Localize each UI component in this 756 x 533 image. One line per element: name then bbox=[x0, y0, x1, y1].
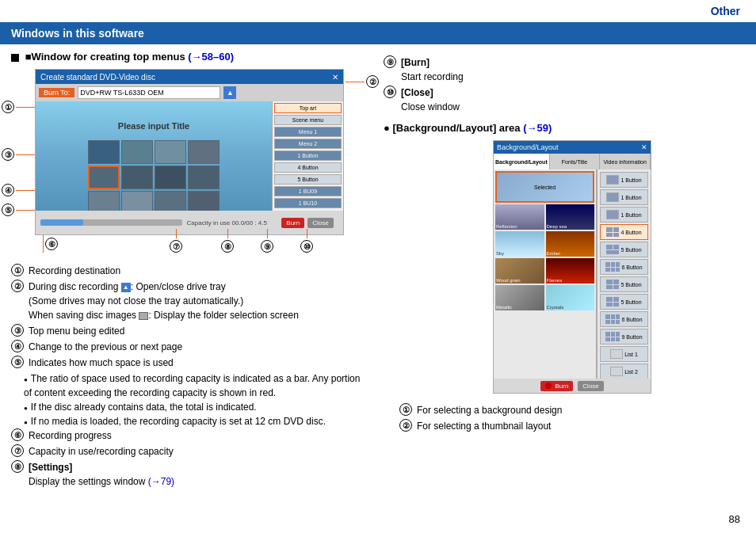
right-burn-button[interactable]: Burn bbox=[540, 381, 573, 391]
annot-8-pos: ⑧ bbox=[221, 229, 234, 253]
thumb-4[interactable] bbox=[188, 140, 220, 164]
annot-circle-4: ④ bbox=[2, 184, 14, 196]
screenshot-burn-button[interactable]: Burn bbox=[281, 218, 304, 228]
annot-9-pos: ⑨ bbox=[261, 229, 273, 253]
panel-btn-3[interactable]: Menu 1 bbox=[274, 127, 342, 137]
bg-thumb-sky[interactable]: Sky bbox=[495, 231, 544, 257]
thumb-3[interactable] bbox=[155, 140, 186, 164]
annot-circle-1: ① bbox=[2, 101, 14, 113]
tab-fonts-title[interactable]: Fonts/Title bbox=[550, 154, 601, 169]
layout-list1[interactable]: List 1 bbox=[600, 346, 648, 362]
layout-4btn[interactable]: 4 Button bbox=[600, 224, 648, 240]
right-screenshot-bottom: Burn Close bbox=[494, 379, 651, 393]
panel-btn-1[interactable]: Top art bbox=[274, 103, 342, 113]
bullet-dot: ● bbox=[384, 122, 390, 134]
right-annot-item-2: ② For selecting a thumbnail layout bbox=[399, 419, 745, 433]
screenshot-close-icon[interactable]: ✕ bbox=[332, 73, 338, 82]
progress-bar bbox=[40, 219, 182, 226]
bg-label-3: Sky bbox=[496, 251, 504, 256]
thumb-6[interactable] bbox=[121, 166, 153, 189]
right-annot-num-1: ① bbox=[399, 403, 412, 416]
desc-num-10: ⑩ bbox=[384, 86, 396, 98]
bg-thumb-deep-sea[interactable]: Deep sea bbox=[546, 204, 595, 230]
layout-9btn[interactable]: 9 Button bbox=[600, 329, 648, 345]
drive-icon: ▲ bbox=[121, 283, 131, 292]
panel-btn-4[interactable]: Menu 2 bbox=[274, 139, 342, 149]
layout-5btn-3[interactable]: 5 Button bbox=[600, 294, 648, 310]
bg-thumb-wood[interactable]: Wood grain bbox=[495, 258, 544, 284]
layout-1btn-2[interactable]: 1 Button bbox=[600, 189, 648, 205]
screenshot-close-button[interactable]: Close bbox=[307, 218, 333, 228]
panel-btn-7[interactable]: 5 Button bbox=[274, 174, 342, 185]
black-square-icon bbox=[11, 54, 19, 62]
drive-dropdown[interactable]: DVD+RW TS-L633D OEM bbox=[78, 86, 220, 99]
bullet-list-wrapper: The ratio of space used to recording cap… bbox=[11, 371, 361, 428]
desc-num-4: ④ bbox=[11, 340, 24, 352]
thumb-2[interactable] bbox=[121, 140, 153, 164]
panel-btn-5[interactable]: 1 Button bbox=[274, 150, 342, 161]
drive-arrow-button[interactable]: ▲ bbox=[223, 86, 236, 99]
layout-6btn-2[interactable]: 6 Button bbox=[600, 311, 648, 327]
bg-thumb-reflection[interactable]: Reflection bbox=[495, 204, 544, 230]
layout-1btn-1[interactable]: 1 Button bbox=[600, 172, 648, 188]
panel-btn-6[interactable]: 4 Button bbox=[274, 162, 342, 173]
bullet-2: If the disc already contains data, the t… bbox=[24, 400, 361, 414]
folder-icon bbox=[139, 312, 148, 320]
screenshot-bottom-bar: Capacity in use 00.0/00 : 4.5 bbox=[36, 211, 272, 234]
right-annot-num-2: ② bbox=[399, 419, 412, 432]
bullet-1: The ratio of space used to recording cap… bbox=[24, 371, 361, 400]
thumb-7[interactable] bbox=[155, 166, 186, 189]
header-bar: Windows in this software bbox=[0, 22, 756, 44]
right-screenshot-titlebar: Background/Layout ✕ bbox=[494, 141, 651, 154]
thumb-5[interactable] bbox=[88, 166, 120, 189]
right-screenshot-wrapper: ① ② Background/Layout ✕ Background/Layou… bbox=[399, 140, 745, 394]
thumb-8[interactable] bbox=[188, 166, 220, 189]
left-section-title: ■Window for creating top menus (→58–60) bbox=[11, 51, 361, 63]
thumb-1[interactable] bbox=[88, 140, 120, 164]
bg-label-1: Reflection bbox=[496, 224, 517, 229]
annot-circle-2: ② bbox=[366, 75, 379, 88]
right-close-icon[interactable]: ✕ bbox=[641, 143, 647, 151]
bg-thumb-metallic[interactable]: Metallic bbox=[495, 285, 544, 310]
right-close-button[interactable]: Close bbox=[578, 381, 603, 391]
right-section-link[interactable]: (→59) bbox=[523, 122, 552, 134]
desc-text-7: Capacity in use/recording capacity bbox=[29, 444, 174, 459]
right-annot-text-2: For selecting a thumbnail layout bbox=[417, 419, 551, 433]
desc-num-1: ① bbox=[11, 264, 24, 276]
left-section-link[interactable]: (→58–60) bbox=[188, 51, 234, 63]
screenshot-toolbar: Burn To: DVD+RW TS-L633D OEM ▲ bbox=[36, 84, 343, 101]
bg-label-6: Flames bbox=[547, 278, 563, 283]
annot-10-pos: ⑩ bbox=[300, 229, 313, 253]
tab-video-info[interactable]: Video information bbox=[600, 154, 651, 169]
burn-to-button[interactable]: Burn To: bbox=[39, 88, 74, 97]
screenshot-titlebar: Create standard DVD-Video disc ✕ bbox=[36, 70, 343, 84]
layout-list2[interactable]: List 2 bbox=[600, 364, 648, 379]
layout-5btn-1[interactable]: 5 Button bbox=[600, 242, 648, 257]
bullet-3: If no media is loaded, the recording cap… bbox=[24, 414, 361, 428]
tab-background-layout[interactable]: Background/Layout bbox=[494, 154, 550, 169]
bg-thumb-crystals[interactable]: Crystals bbox=[546, 285, 595, 310]
bg-thumb-flames[interactable]: Flames bbox=[546, 258, 595, 284]
bg-thumb-ember[interactable]: Ember bbox=[546, 231, 595, 257]
right-annot-text-1: For selecting a background design bbox=[417, 403, 562, 417]
desc-item-1: ① Recording destination bbox=[11, 264, 361, 278]
panel-btn-2[interactable]: Scene menu bbox=[274, 115, 342, 125]
selected-bg-thumb[interactable]: Selected bbox=[495, 171, 594, 203]
panel-btn-9[interactable]: 1 BU10 bbox=[274, 198, 342, 208]
bg-label-4: Ember bbox=[547, 251, 561, 256]
desc-num-5: ⑤ bbox=[11, 356, 24, 368]
desc-num-7: ⑦ bbox=[11, 444, 24, 457]
annot-4: ④ bbox=[2, 184, 35, 196]
desc-text-2: During disc recording ▲: Open/close driv… bbox=[29, 280, 299, 322]
thumbnail-grid bbox=[88, 140, 220, 215]
layout-5btn-2[interactable]: 5 Button bbox=[600, 276, 648, 292]
layout-6btn[interactable]: 6 Button bbox=[600, 259, 648, 275]
bg-label-2: Deep sea bbox=[547, 224, 567, 229]
layout-1btn-3[interactable]: 1 Button bbox=[600, 207, 648, 223]
desc-item-3: ③ Top menu being edited bbox=[11, 324, 361, 338]
panel-btn-8[interactable]: 1 BU09 bbox=[274, 186, 342, 196]
desc-text-9: [Burn] Start recording bbox=[401, 55, 464, 84]
desc-item-2: ② During disc recording ▲: Open/close dr… bbox=[11, 280, 361, 322]
bg-thumbnails-area: Selected Reflection Deep sea Sky bbox=[494, 169, 597, 383]
annot-7-pos: ⑦ bbox=[170, 229, 182, 253]
